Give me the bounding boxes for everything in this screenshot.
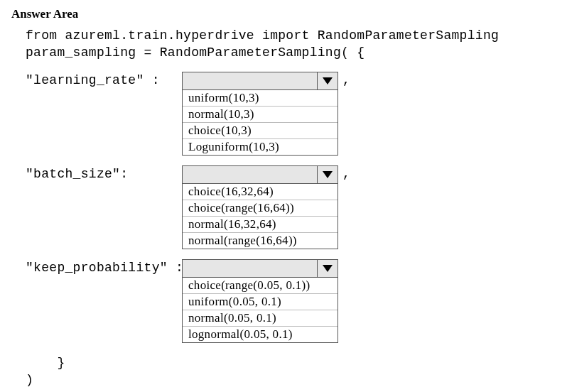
param-row-learning-rate: "learning_rate" : uniform(10,3) normal(1… <box>26 72 556 156</box>
dropdown-batch-size[interactable]: choice(16,32,64) choice(range(16,64)) no… <box>182 165 338 249</box>
dropdown-toggle-keep-probability[interactable] <box>317 260 338 277</box>
dropdown-keep-probability[interactable]: choice(range(0.05, 0.1)) uniform(0.05, 0… <box>182 259 338 343</box>
param-label-learning-rate: "learning_rate" : <box>26 73 182 87</box>
dropdown-option[interactable]: choice(range(16,64)) <box>183 200 338 217</box>
answer-area-title: Answer Area <box>11 7 556 21</box>
dropdown-option[interactable]: normal(range(16,64)) <box>183 233 338 249</box>
dropdown-option[interactable]: Loguniform(10,3) <box>183 139 338 155</box>
trailing-comma: , <box>342 73 350 87</box>
dropdown-toggle-batch-size[interactable] <box>317 166 338 183</box>
dropdown-option[interactable]: uniform(0.05, 0.1) <box>183 294 338 310</box>
dropdown-selected-keep-probability <box>183 260 317 277</box>
trailing-comma: , <box>342 167 350 181</box>
dropdown-options-batch-size: choice(16,32,64) choice(range(16,64)) no… <box>182 184 338 249</box>
dropdown-learning-rate[interactable]: uniform(10,3) normal(10,3) choice(10,3) … <box>182 72 338 156</box>
dropdown-option[interactable]: normal(10,3) <box>183 107 338 123</box>
closing-paren: ) <box>26 371 556 388</box>
dropdown-option[interactable]: uniform(10,3) <box>183 90 338 107</box>
chevron-down-icon <box>323 171 333 178</box>
code-area: from azureml.train.hyperdrive import Ran… <box>26 27 556 388</box>
dropdown-option[interactable]: choice(range(0.05, 0.1)) <box>183 278 338 294</box>
dropdown-option[interactable]: normal(16,32,64) <box>183 217 338 233</box>
dropdown-option[interactable]: choice(10,3) <box>183 123 338 139</box>
param-label-batch-size: "batch_size": <box>26 167 182 181</box>
assignment-line: param_sampling = RandomParameterSampling… <box>26 44 556 61</box>
dropdown-option[interactable]: normal(0.05, 0.1) <box>183 310 338 327</box>
dropdown-toggle-learning-rate[interactable] <box>317 72 338 89</box>
dropdown-options-learning-rate: uniform(10,3) normal(10,3) choice(10,3) … <box>182 90 338 156</box>
param-row-batch-size: "batch_size": choice(16,32,64) choice(ra… <box>26 165 556 249</box>
dropdown-selected-batch-size <box>183 166 317 183</box>
chevron-down-icon <box>323 265 333 272</box>
dropdown-closed-learning-rate[interactable] <box>182 72 338 90</box>
closing-brace: } <box>26 354 556 371</box>
param-label-keep-probability: "keep_probability" : <box>26 261 182 275</box>
dropdown-options-keep-probability: choice(range(0.05, 0.1)) uniform(0.05, 0… <box>182 278 338 343</box>
param-row-keep-probability: "keep_probability" : choice(range(0.05, … <box>26 259 556 343</box>
dropdown-option[interactable]: choice(16,32,64) <box>183 184 338 200</box>
dropdown-closed-batch-size[interactable] <box>182 165 338 184</box>
import-line: from azureml.train.hyperdrive import Ran… <box>26 27 556 44</box>
dropdown-option[interactable]: lognormal(0.05, 0.1) <box>183 327 338 342</box>
dropdown-closed-keep-probability[interactable] <box>182 259 338 278</box>
chevron-down-icon <box>323 77 333 85</box>
dropdown-selected-learning-rate <box>183 72 317 89</box>
